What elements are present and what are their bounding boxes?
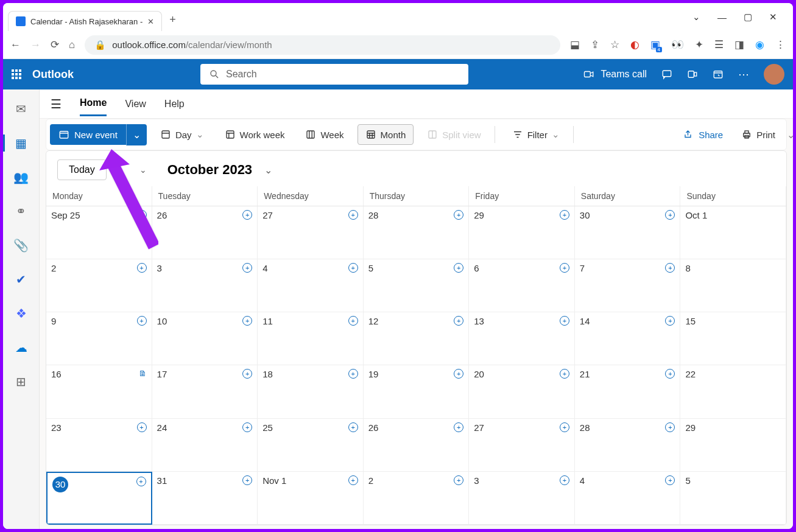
add-event-icon[interactable]: + (665, 210, 675, 220)
today-button[interactable]: Today (57, 159, 107, 180)
day-cell[interactable]: 3+ (469, 472, 575, 525)
add-event-icon[interactable]: + (454, 369, 463, 379)
day-cell[interactable]: 22 (680, 365, 786, 418)
day-cell[interactable]: 13+ (469, 312, 575, 365)
add-event-icon[interactable]: + (560, 316, 569, 326)
reload-button[interactable]: ⟳ (51, 38, 59, 51)
add-event-icon[interactable]: + (348, 316, 358, 326)
app-launcher-icon[interactable] (12, 69, 21, 79)
bookmark-icon[interactable]: ☆ (610, 38, 619, 51)
tab-home[interactable]: Home (80, 91, 107, 116)
close-icon[interactable]: ✕ (769, 12, 777, 23)
day-cell[interactable]: Nov 1+ (258, 472, 364, 525)
add-event-icon[interactable]: + (454, 263, 463, 273)
extension-obsidian-icon[interactable]: ▣4 (650, 38, 660, 51)
day-cell[interactable]: 25+ (258, 419, 364, 472)
add-event-icon[interactable]: + (136, 477, 146, 486)
add-event-icon[interactable]: + (665, 422, 675, 432)
day-cell[interactable]: 7+ (575, 259, 681, 312)
day-cell[interactable]: 28+ (575, 419, 681, 472)
day-cell[interactable]: Oct 1 (680, 206, 786, 259)
ribbon-expand-icon[interactable]: ⌄ (787, 129, 793, 141)
chat-icon[interactable] (661, 69, 672, 80)
day-cell[interactable]: 18+ (258, 365, 364, 418)
add-event-icon[interactable]: + (348, 475, 358, 485)
rail-groups-icon[interactable]: ⚭ (10, 203, 32, 220)
add-event-icon[interactable]: + (560, 263, 569, 273)
browser-tab[interactable]: Calendar - Atish Rajasekharan - ✕ (8, 11, 162, 31)
day-cell[interactable]: 15 (680, 312, 786, 365)
day-cell[interactable]: 27+ (469, 419, 575, 472)
add-event-icon[interactable]: + (454, 422, 463, 432)
print-button[interactable]: Print (734, 125, 783, 144)
day-cell[interactable]: 20+ (469, 365, 575, 418)
day-cell[interactable]: 28+ (364, 206, 470, 259)
day-cell[interactable]: 14+ (575, 312, 681, 365)
day-cell[interactable]: 30+ (46, 472, 152, 525)
day-cell[interactable]: 26+ (152, 206, 258, 259)
extension-app-icon[interactable]: ◉ (755, 38, 764, 51)
home-button[interactable]: ⌂ (69, 39, 75, 51)
rail-engage-icon[interactable]: ❖ (10, 305, 32, 322)
back-button[interactable]: ← (10, 39, 21, 51)
tab-view[interactable]: View (125, 93, 146, 116)
day-cell[interactable]: 8 (680, 259, 786, 312)
day-cell[interactable]: 12+ (364, 312, 470, 365)
new-event-dropdown[interactable]: ⌄ (126, 124, 147, 145)
add-event-icon[interactable]: + (137, 316, 147, 326)
install-icon[interactable]: ⬓ (570, 38, 580, 51)
share-button[interactable]: Share (676, 125, 730, 144)
day-cell[interactable]: Sep 25+ (46, 206, 152, 259)
day-cell[interactable]: 5 (680, 472, 786, 525)
day-cell[interactable]: 29+ (469, 206, 575, 259)
rail-files-icon[interactable]: 📎 (10, 237, 32, 254)
day-cell[interactable]: 29 (680, 419, 786, 472)
add-event-icon[interactable]: + (665, 369, 675, 379)
add-event-icon[interactable]: + (242, 263, 252, 273)
add-event-icon[interactable]: + (137, 422, 147, 432)
add-event-icon[interactable]: + (137, 263, 147, 273)
rail-todo-icon[interactable]: ✔ (10, 271, 32, 288)
add-event-icon[interactable]: + (242, 369, 252, 379)
add-event-icon[interactable]: + (454, 316, 463, 326)
add-event-icon[interactable]: + (560, 369, 569, 379)
share-page-icon[interactable]: ⇪ (591, 38, 599, 51)
day-cell[interactable]: 26+ (364, 419, 470, 472)
view-week-button[interactable]: Week (298, 125, 351, 144)
search-input[interactable]: Search (200, 64, 468, 85)
tab-help[interactable]: Help (164, 93, 185, 116)
add-event-icon[interactable]: + (560, 475, 569, 485)
day-cell[interactable]: 30+ (575, 206, 681, 259)
add-event-icon[interactable]: + (665, 263, 675, 273)
add-event-icon[interactable]: + (454, 475, 463, 485)
new-event-button[interactable]: New event (50, 124, 126, 145)
day-cell[interactable]: 5+ (364, 259, 470, 312)
add-event-icon[interactable]: + (665, 316, 675, 326)
day-cell[interactable]: 10+ (152, 312, 258, 365)
extension-ublock-icon[interactable]: ◐ (630, 38, 639, 51)
add-event-icon[interactable]: + (560, 210, 569, 220)
more-icon[interactable]: ⋯ (738, 68, 749, 81)
day-cell[interactable]: 11+ (258, 312, 364, 365)
day-tip-icon[interactable] (713, 69, 724, 80)
reading-list-icon[interactable]: ☰ (714, 38, 724, 51)
add-event-icon[interactable]: + (348, 369, 358, 379)
day-cell[interactable]: 9+ (46, 312, 152, 365)
add-event-icon[interactable]: + (348, 263, 358, 273)
extensions-icon[interactable]: ✦ (695, 38, 703, 51)
chevron-down-icon[interactable]: ⌄ (692, 12, 700, 23)
filter-button[interactable]: Filter ⌄ (505, 125, 567, 144)
add-event-icon[interactable]: + (242, 210, 252, 220)
side-panel-icon[interactable]: ◨ (734, 38, 744, 51)
extension-mask-icon[interactable]: 👀 (671, 38, 684, 51)
add-event-icon[interactable]: + (348, 422, 358, 432)
nav-toggle-icon[interactable]: ☰ (51, 97, 62, 111)
close-tab-icon[interactable]: ✕ (147, 17, 154, 26)
new-tab-button[interactable]: + (162, 9, 183, 31)
browser-menu-icon[interactable]: ⋮ (775, 38, 786, 51)
prev-month-button[interactable]: ⌄ (139, 165, 147, 175)
add-event-icon[interactable]: + (665, 475, 675, 485)
day-cell[interactable]: 16🗎 (46, 365, 152, 418)
day-cell[interactable]: 2+ (364, 472, 470, 525)
add-event-icon[interactable]: + (242, 422, 252, 432)
